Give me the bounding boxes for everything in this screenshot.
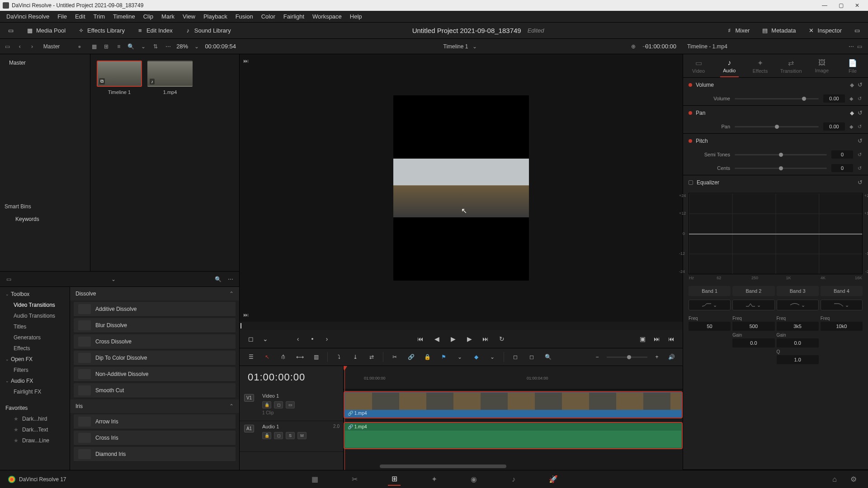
fx-group-header[interactable]: Iris⌃ [70, 399, 239, 413]
menu-edit[interactable]: Edit [72, 12, 88, 21]
audio-clip[interactable]: 🔗 1.mp4 [344, 423, 682, 448]
menu-trim[interactable]: Trim [91, 12, 108, 21]
fx-item[interactable]: Blur Dissolve [74, 318, 236, 333]
bin-master[interactable]: Master [0, 57, 90, 69]
fx-tree-node[interactable]: Filters [0, 365, 70, 375]
eq-graph[interactable]: +24 +12 0 -12 -24 +24 +12 -12 -24 Hz 62 … [689, 193, 863, 274]
edit-index-toggle[interactable]: ≡Edit Index [134, 25, 175, 36]
pan-enable-dot[interactable] [689, 111, 692, 115]
sound-library-toggle[interactable]: ♪Sound Library [182, 25, 234, 36]
track-auto-icon[interactable]: ◻ [274, 401, 283, 408]
timeline-scrollbar[interactable] [380, 465, 506, 468]
fx-item[interactable]: Smooth Cut [74, 383, 236, 398]
more-icon[interactable]: ⋯ [164, 42, 172, 51]
zoom-out-icon[interactable]: − [592, 352, 602, 362]
window-close[interactable]: ✕ [849, 0, 865, 11]
favorite-item[interactable]: ★Dark...Text [0, 424, 70, 435]
marker-icon[interactable]: ◆ [471, 352, 481, 362]
bin-keywords[interactable]: Keywords [0, 213, 90, 225]
menu-fairlight[interactable]: Fairlight [281, 12, 307, 21]
fx-tree-node[interactable]: Video Transitions [0, 300, 70, 310]
play-button[interactable]: ▶ [448, 334, 458, 344]
zoom-chevron-icon[interactable]: ⌄ [193, 42, 200, 51]
fx-tree-node[interactable]: Generators [0, 332, 70, 343]
overwrite-tool[interactable]: ⤓ [350, 352, 360, 362]
pan-section-kf-icon[interactable]: ◆ [850, 110, 854, 116]
bin-view-icon[interactable]: ▭ [4, 42, 11, 51]
next-clip-icon[interactable]: ⏭ [652, 334, 662, 344]
pitch-reset-icon[interactable]: ↺ [858, 137, 863, 144]
eq-reset-icon[interactable]: ↺ [858, 179, 863, 186]
strip-view-icon[interactable]: ≡ [115, 42, 123, 51]
fx-item[interactable]: Cross Iris [74, 431, 236, 446]
fx-tree-node[interactable]: Effects [0, 343, 70, 354]
band4-shape[interactable]: ⌄ [821, 300, 863, 310]
atrack-auto-icon[interactable]: ◻ [274, 432, 283, 439]
freq-value[interactable]: 10k0 [821, 322, 863, 331]
menu-playback[interactable]: Playback [201, 12, 230, 21]
skip-to-end-icon[interactable]: ⏭ [243, 58, 249, 64]
timeline-chevron-icon[interactable]: ⌄ [471, 42, 479, 51]
flag-icon[interactable]: ⚑ [439, 352, 448, 362]
atrack-solo-button[interactable]: S [286, 432, 295, 439]
zoom-fit-icon[interactable]: ◻ [510, 352, 520, 362]
video-clip[interactable]: 🔗 1.mp4 [344, 392, 682, 418]
inspector-tab-effects[interactable]: ✦Effects [745, 57, 775, 77]
fx-tree-node[interactable]: ⌄Toolbox [0, 289, 70, 300]
mixer-toggle[interactable]: ♯Mixer [723, 25, 753, 36]
media-pool-toggle[interactable]: ▦Media Pool [24, 25, 68, 36]
chevron-down-icon[interactable]: ⌄ [139, 42, 147, 51]
edit-page[interactable]: ⊞ [388, 473, 401, 486]
freq-value[interactable]: 3k5 [777, 322, 819, 331]
home-icon[interactable]: ⌂ [828, 473, 841, 486]
selection-tool[interactable]: ↖ [262, 352, 272, 362]
band3-shape[interactable]: ⌄ [777, 300, 819, 310]
go-start-button[interactable]: ⏮ [415, 334, 425, 344]
bin-path[interactable]: Master [41, 43, 74, 50]
volume-value[interactable]: 0.00 [823, 94, 845, 103]
pan-reset-icon[interactable]: ↺ [858, 124, 862, 130]
inspector-tab-file[interactable]: 📄File [837, 57, 868, 77]
mute-icon[interactable]: 🔊 [666, 352, 676, 362]
fx-item[interactable]: Cross Dissolve [74, 334, 236, 349]
eq-band-tab[interactable]: Band 1 [689, 286, 731, 296]
bypass-chevron-icon[interactable]: ⌄ [260, 334, 270, 344]
pan-value[interactable]: 0.00 [823, 122, 845, 131]
fx-tree-node[interactable]: ⌄Open FX [0, 354, 70, 365]
prev-clip-icon[interactable]: ⏮ [666, 334, 676, 344]
pan-slider[interactable] [735, 126, 819, 127]
pan-kf-icon[interactable]: ◆ [849, 124, 853, 130]
cut-page[interactable]: ✂ [348, 473, 361, 486]
audio-track-header[interactable]: A1 Audio 12.0 🔒 ◻ S M [240, 421, 343, 452]
go-end-button[interactable]: ⏭ [481, 334, 491, 344]
volume-slider[interactable] [735, 98, 819, 99]
favorite-item[interactable]: ★Draw...Line [0, 435, 70, 446]
fx-bin-icon[interactable]: ▭ [5, 275, 13, 283]
match-dot-icon[interactable]: • [307, 334, 317, 344]
fx-item[interactable]: Diamond Iris [74, 447, 236, 462]
viewer-more-icon[interactable]: ⋯ [641, 42, 649, 51]
viewer-scrubber[interactable] [240, 322, 683, 330]
inspector-tab-transition[interactable]: ⇄Transition [776, 57, 807, 77]
timeline-tracks[interactable]: 01:00:00:0001:00:04:0001:00:08:00 🔗 1.mp… [344, 366, 683, 470]
fx-tree-node[interactable]: ⌄Audio FX [0, 375, 70, 386]
timeline-view-icon[interactable]: ☰ [246, 352, 256, 362]
viewer-options-icon[interactable]: ⊕ [629, 42, 637, 51]
menu-mark[interactable]: Mark [159, 12, 177, 21]
playhead[interactable] [344, 366, 345, 470]
fx-more-icon[interactable]: ⋯ [226, 275, 235, 283]
reset-icon[interactable]: ↺ [858, 81, 863, 88]
menu-color[interactable]: Color [259, 12, 278, 21]
band1-shape[interactable]: ⌄ [689, 300, 731, 310]
freq-value[interactable]: 500 [732, 322, 774, 331]
replace-tool[interactable]: ⇄ [367, 352, 377, 362]
collapse-icon[interactable]: ⌃ [229, 291, 234, 297]
timeline-ruler[interactable]: 01:00:00:0001:00:04:0001:00:08:00 [344, 366, 683, 389]
lock-icon[interactable]: 🔒 [422, 352, 432, 362]
semitones-slider[interactable] [735, 154, 827, 155]
fx-item[interactable]: Dip To Color Dissolve [74, 351, 236, 366]
insert-tool[interactable]: ⤵ [334, 352, 344, 362]
gain-value[interactable]: 0.0 [777, 338, 819, 347]
q-value[interactable]: 1.0 [777, 355, 819, 364]
sort-icon[interactable]: ⇅ [152, 42, 160, 51]
